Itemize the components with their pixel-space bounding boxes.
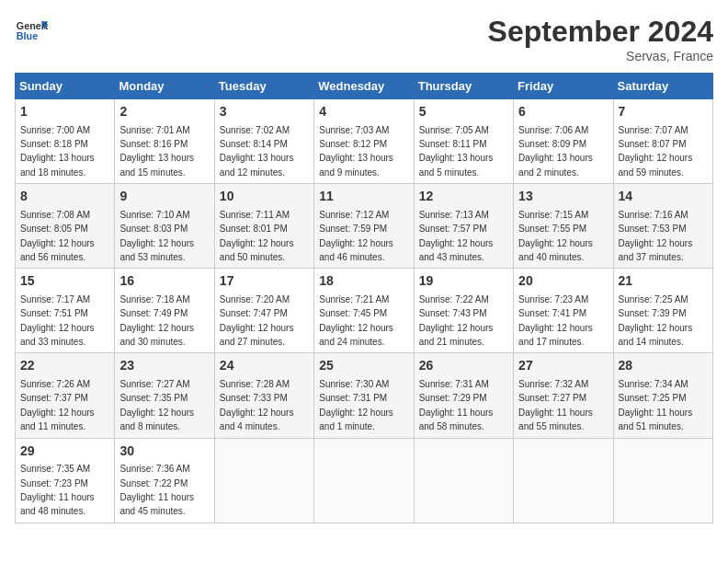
header-row: Sunday Monday Tuesday Wednesday Thursday…	[16, 74, 713, 99]
calendar-cell	[214, 438, 313, 523]
day-number: 26	[419, 357, 508, 375]
col-monday: Monday	[115, 74, 214, 99]
day-number: 7	[619, 103, 708, 121]
col-thursday: Thursday	[414, 74, 513, 99]
day-number: 21	[619, 272, 708, 291]
day-number: 22	[20, 357, 109, 375]
calendar-cell: 6Sunrise: 7:06 AMSunset: 8:09 PMDaylight…	[514, 99, 613, 184]
day-number: 25	[319, 357, 408, 375]
calendar-cell: 3Sunrise: 7:02 AMSunset: 8:14 PMDaylight…	[214, 99, 313, 184]
day-info: Sunrise: 7:30 AMSunset: 7:31 PMDaylight:…	[319, 379, 393, 431]
day-number: 18	[319, 272, 408, 291]
calendar-cell: 23Sunrise: 7:27 AMSunset: 7:35 PMDayligh…	[115, 353, 214, 438]
col-tuesday: Tuesday	[214, 74, 313, 99]
title-area: September 2024 Servas, France	[488, 15, 713, 63]
day-info: Sunrise: 7:12 AMSunset: 7:59 PMDaylight:…	[319, 210, 393, 262]
day-number: 16	[119, 272, 209, 291]
col-saturday: Saturday	[613, 74, 712, 99]
day-info: Sunrise: 7:32 AMSunset: 7:27 PMDaylight:…	[518, 379, 593, 431]
day-info: Sunrise: 7:20 AMSunset: 7:47 PMDaylight:…	[220, 294, 294, 347]
day-number: 17	[220, 272, 309, 291]
calendar-cell: 7Sunrise: 7:07 AMSunset: 8:07 PMDaylight…	[613, 99, 712, 184]
day-info: Sunrise: 7:31 AMSunset: 7:29 PMDaylight:…	[419, 379, 494, 431]
calendar-cell: 18Sunrise: 7:21 AMSunset: 7:45 PMDayligh…	[314, 269, 414, 353]
day-info: Sunrise: 7:13 AMSunset: 7:57 PMDaylight:…	[419, 210, 494, 262]
calendar-cell: 25Sunrise: 7:30 AMSunset: 7:31 PMDayligh…	[314, 353, 414, 438]
col-sunday: Sunday	[16, 74, 115, 99]
day-number: 13	[518, 188, 608, 206]
day-info: Sunrise: 7:00 AMSunset: 8:18 PMDaylight:…	[20, 125, 95, 178]
calendar-week-4: 22Sunrise: 7:26 AMSunset: 7:37 PMDayligh…	[16, 353, 713, 438]
day-info: Sunrise: 7:05 AMSunset: 8:11 PMDaylight:…	[419, 125, 494, 178]
day-number: 19	[419, 272, 508, 291]
calendar-cell: 24Sunrise: 7:28 AMSunset: 7:33 PMDayligh…	[214, 353, 313, 438]
day-number: 27	[518, 357, 608, 375]
day-number: 3	[220, 103, 309, 121]
day-number: 14	[619, 188, 708, 206]
calendar-cell	[314, 438, 414, 523]
month-title: September 2024	[488, 15, 713, 49]
calendar-cell: 1Sunrise: 7:00 AMSunset: 8:18 PMDaylight…	[16, 99, 115, 184]
day-number: 5	[419, 103, 508, 121]
day-number: 12	[419, 188, 508, 206]
calendar-week-3: 15Sunrise: 7:17 AMSunset: 7:51 PMDayligh…	[16, 269, 713, 353]
calendar-cell: 29Sunrise: 7:35 AMSunset: 7:23 PMDayligh…	[16, 438, 115, 523]
calendar-week-5: 29Sunrise: 7:35 AMSunset: 7:23 PMDayligh…	[16, 438, 713, 523]
calendar-cell: 9Sunrise: 7:10 AMSunset: 8:03 PMDaylight…	[115, 184, 214, 269]
day-info: Sunrise: 7:28 AMSunset: 7:33 PMDaylight:…	[220, 379, 294, 431]
calendar-cell: 16Sunrise: 7:18 AMSunset: 7:49 PMDayligh…	[115, 269, 214, 353]
calendar-cell: 17Sunrise: 7:20 AMSunset: 7:47 PMDayligh…	[214, 269, 313, 353]
day-info: Sunrise: 7:06 AMSunset: 8:09 PMDaylight:…	[518, 125, 593, 178]
day-number: 4	[319, 103, 408, 121]
day-info: Sunrise: 7:08 AMSunset: 8:05 PMDaylight:…	[20, 210, 95, 262]
location: Servas, France	[488, 49, 713, 63]
calendar-cell: 2Sunrise: 7:01 AMSunset: 8:16 PMDaylight…	[115, 99, 214, 184]
calendar-week-2: 8Sunrise: 7:08 AMSunset: 8:05 PMDaylight…	[16, 184, 713, 269]
day-info: Sunrise: 7:03 AMSunset: 8:12 PMDaylight:…	[319, 125, 393, 178]
calendar-cell: 27Sunrise: 7:32 AMSunset: 7:27 PMDayligh…	[514, 353, 613, 438]
calendar-cell: 22Sunrise: 7:26 AMSunset: 7:37 PMDayligh…	[16, 353, 115, 438]
day-info: Sunrise: 7:16 AMSunset: 7:53 PMDaylight:…	[619, 210, 693, 262]
day-info: Sunrise: 7:34 AMSunset: 7:25 PMDaylight:…	[619, 379, 693, 431]
day-number: 6	[518, 103, 608, 121]
calendar-cell	[514, 438, 613, 523]
day-number: 1	[20, 103, 109, 121]
day-info: Sunrise: 7:25 AMSunset: 7:39 PMDaylight:…	[619, 294, 693, 347]
col-wednesday: Wednesday	[314, 74, 414, 99]
calendar-cell: 28Sunrise: 7:34 AMSunset: 7:25 PMDayligh…	[613, 353, 712, 438]
logo: General Blue	[15, 15, 48, 48]
day-info: Sunrise: 7:22 AMSunset: 7:43 PMDaylight:…	[419, 294, 494, 347]
day-info: Sunrise: 7:02 AMSunset: 8:14 PMDaylight:…	[220, 125, 294, 178]
day-number: 9	[119, 188, 209, 206]
day-number: 15	[20, 272, 109, 291]
day-info: Sunrise: 7:17 AMSunset: 7:51 PMDaylight:…	[20, 294, 95, 347]
day-info: Sunrise: 7:35 AMSunset: 7:23 PMDaylight:…	[20, 464, 95, 516]
calendar-cell	[414, 438, 513, 523]
day-number: 8	[20, 188, 109, 206]
calendar-cell: 20Sunrise: 7:23 AMSunset: 7:41 PMDayligh…	[514, 269, 613, 353]
day-info: Sunrise: 7:21 AMSunset: 7:45 PMDaylight:…	[319, 294, 393, 347]
calendar-cell: 19Sunrise: 7:22 AMSunset: 7:43 PMDayligh…	[414, 269, 513, 353]
day-number: 29	[20, 442, 109, 461]
calendar-week-1: 1Sunrise: 7:00 AMSunset: 8:18 PMDaylight…	[16, 99, 713, 184]
day-info: Sunrise: 7:36 AMSunset: 7:22 PMDaylight:…	[119, 464, 194, 516]
day-info: Sunrise: 7:26 AMSunset: 7:37 PMDaylight:…	[20, 379, 95, 431]
svg-text:Blue: Blue	[17, 30, 38, 41]
day-info: Sunrise: 7:01 AMSunset: 8:16 PMDaylight:…	[119, 125, 194, 178]
logo-icon: General Blue	[15, 15, 48, 48]
calendar-cell: 21Sunrise: 7:25 AMSunset: 7:39 PMDayligh…	[613, 269, 712, 353]
page-header: General Blue September 2024 Servas, Fran…	[15, 15, 713, 63]
day-info: Sunrise: 7:27 AMSunset: 7:35 PMDaylight:…	[119, 379, 194, 431]
day-number: 23	[119, 357, 209, 375]
calendar-cell: 5Sunrise: 7:05 AMSunset: 8:11 PMDaylight…	[414, 99, 513, 184]
day-info: Sunrise: 7:07 AMSunset: 8:07 PMDaylight:…	[619, 125, 693, 178]
day-info: Sunrise: 7:23 AMSunset: 7:41 PMDaylight:…	[518, 294, 593, 347]
day-number: 2	[119, 103, 209, 121]
calendar-cell	[613, 438, 712, 523]
col-friday: Friday	[514, 74, 613, 99]
day-number: 10	[220, 188, 309, 206]
day-info: Sunrise: 7:18 AMSunset: 7:49 PMDaylight:…	[119, 294, 194, 347]
calendar-cell: 12Sunrise: 7:13 AMSunset: 7:57 PMDayligh…	[414, 184, 513, 269]
calendar-cell: 11Sunrise: 7:12 AMSunset: 7:59 PMDayligh…	[314, 184, 414, 269]
day-info: Sunrise: 7:15 AMSunset: 7:55 PMDaylight:…	[518, 210, 593, 262]
